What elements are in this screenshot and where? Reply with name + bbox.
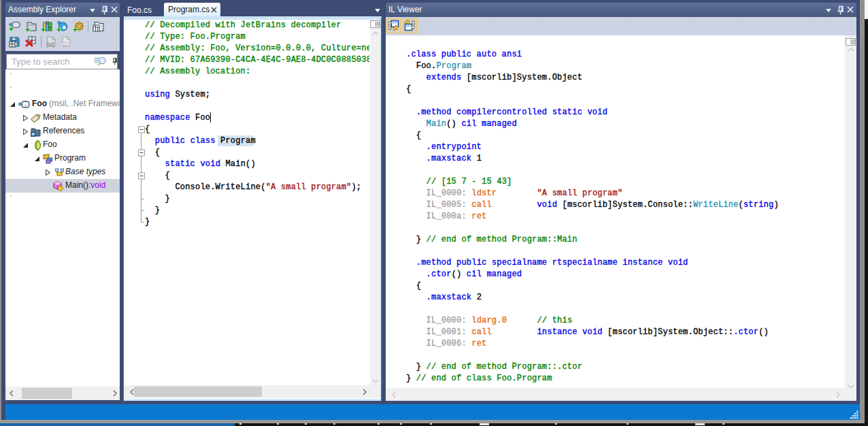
svg-text:PDB: PDB: [62, 42, 70, 46]
